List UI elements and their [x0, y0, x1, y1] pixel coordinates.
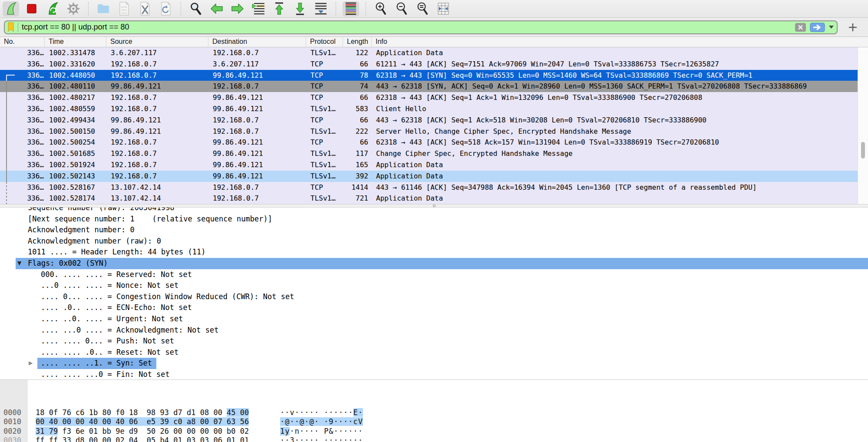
- detail-row[interactable]: Acknowledgment number (raw): 0: [0, 236, 868, 247]
- packet-cell-source: 192.168.0.7: [106, 137, 208, 148]
- detail-row[interactable]: Sequence number (raw): 2005041998: [0, 208, 868, 214]
- zoom-out-button[interactable]: [393, 1, 410, 16]
- resize-columns-button[interactable]: [435, 1, 452, 16]
- splitter-handle-icon[interactable]: [432, 205, 436, 208]
- filter-text[interactable]: tcp.port == 80 || udp.port == 80: [22, 23, 791, 32]
- column-header-destination[interactable]: Destination: [208, 37, 306, 47]
- detail-row[interactable]: 1011 .... = Header Length: 44 bytes (11): [0, 247, 868, 258]
- zoom-reset-icon: [416, 2, 429, 16]
- detail-row[interactable]: ▼Flags: 0x002 (SYN): [0, 258, 868, 269]
- zoom-reset-button[interactable]: [414, 1, 431, 16]
- packet-row[interactable]: 336…1002.49943499.86.49.121192.168.0.7TC…: [0, 115, 858, 126]
- packet-cell-protocol: TCP: [306, 59, 343, 70]
- close-file-button[interactable]: [137, 1, 153, 16]
- detail-text: .... .... 0... = Push: Not set: [41, 336, 174, 347]
- detail-row[interactable]: .... ..0. .... = Urgent: Not set: [0, 313, 868, 325]
- detail-row[interactable]: ▶.... .... ..1. = Syn: Set: [0, 358, 868, 369]
- packet-cell-protocol: TLSv1…: [306, 159, 343, 171]
- scrollbar-thumb[interactable]: [861, 142, 865, 158]
- packet-row[interactable]: 336…1002.48011099.86.49.121192.168.0.7TC…: [0, 81, 858, 92]
- expanded-triangle-icon[interactable]: ▼: [17, 258, 21, 269]
- capture-options-button[interactable]: [65, 1, 82, 16]
- detail-row[interactable]: .... .0.. .... = ECN-Echo: Not set: [0, 302, 868, 313]
- display-filter-input[interactable]: tcp.port == 80 || udp.port == 80: [4, 20, 838, 34]
- open-file-button[interactable]: [95, 1, 112, 16]
- column-header-no[interactable]: No.: [0, 37, 45, 47]
- collapsed-triangle-icon[interactable]: ▶: [29, 358, 33, 369]
- hex-ascii: 1y·n···· P&······: [280, 427, 363, 436]
- packet-cell-info: 443 → 62318 [ACK] Seq=1 Ack=518 Win=3020…: [372, 115, 858, 126]
- reload-file-button[interactable]: [158, 1, 174, 16]
- packet-cell-protocol: TCP: [306, 137, 343, 148]
- packet-row[interactable]: 336…1002.3314783.6.207.117192.168.0.7TLS…: [0, 47, 858, 59]
- packet-cell-source: 192.168.0.7: [106, 103, 208, 115]
- ascii-segment: E·: [353, 408, 363, 417]
- packet-cell-destination: 3.6.207.117: [208, 59, 306, 70]
- packet-cell-length: 117: [343, 148, 372, 159]
- packet-cell-protocol: TLSv1…: [306, 148, 343, 159]
- detail-row[interactable]: .... 0... .... = Congestion Window Reduc…: [0, 291, 868, 303]
- auto-scroll-button[interactable]: [313, 1, 329, 16]
- packet-row[interactable]: 336…1002.501924192.168.0.799.86.49.121TL…: [0, 159, 858, 171]
- column-header-source[interactable]: Source: [106, 37, 208, 47]
- packet-details-pane: Sequence number (raw): 2005041998[Next s…: [0, 208, 868, 379]
- restart-capture-button[interactable]: [44, 1, 61, 16]
- hex-segment: f3 6e 01 bb 9e d9 50 26 00 00 00 00 b0 0…: [58, 427, 249, 435]
- packet-cell-destination: 99.86.49.121: [208, 70, 306, 81]
- go-first-button[interactable]: [271, 1, 287, 16]
- packet-row[interactable]: 336…1002.52816713.107.42.14192.168.0.7TC…: [0, 182, 858, 193]
- packet-row[interactable]: 336…1002.480217192.168.0.799.86.49.121TC…: [0, 92, 858, 103]
- hex-row[interactable]: 001000 40 00 00 40 00 40 06 e5 39 c0 a8 …: [0, 417, 868, 426]
- packet-cell-destination: 99.86.49.121: [208, 92, 306, 103]
- column-header-length[interactable]: Length: [343, 37, 372, 47]
- add-filter-button-icon[interactable]: [848, 22, 858, 33]
- packet-cell-destination: 99.86.49.121: [208, 159, 306, 171]
- packet-row[interactable]: 336…1002.480559192.168.0.799.86.49.121TL…: [0, 103, 858, 115]
- hex-offset: 0000: [3, 408, 21, 417]
- hex-rows: 000018 0f 76 c6 1b 80 f0 18 98 93 d7 d1 …: [0, 406, 868, 442]
- detail-row[interactable]: .... .... ...0 = Fin: Not set: [0, 369, 868, 379]
- packet-cell-protocol: TLSv1…: [306, 126, 343, 137]
- packet-cell-destination: 99.86.49.121: [208, 137, 306, 148]
- packet-row[interactable]: 336…1002.501685192.168.0.799.86.49.121TL…: [0, 148, 858, 159]
- zoom-in-button[interactable]: [373, 1, 389, 16]
- filter-history-caret-icon[interactable]: [828, 25, 834, 29]
- hex-segment: 31 79: [36, 427, 58, 435]
- filter-toolbar: tcp.port == 80 || udp.port == 80: [0, 18, 868, 37]
- hex-row[interactable]: 000018 0f 76 c6 1b 80 f0 18 98 93 d7 d1 …: [0, 408, 868, 417]
- start-capture-button[interactable]: [3, 1, 19, 16]
- packet-row[interactable]: 336…1002.502143192.168.0.799.86.49.121TL…: [0, 171, 858, 182]
- packet-row[interactable]: 336…1002.52817413.107.42.14192.168.0.7TL…: [0, 193, 858, 204]
- go-back-button[interactable]: [208, 1, 225, 16]
- save-file-button[interactable]: 011010110110: [116, 1, 132, 16]
- stop-capture-button[interactable]: [23, 1, 40, 16]
- packet-row[interactable]: 336…1002.448050192.168.0.799.86.49.121TC…: [0, 70, 858, 81]
- hex-row[interactable]: 0030ff ff 33 d8 00 00 02 04 05 b4 01 03 …: [0, 436, 868, 442]
- column-header-time[interactable]: Time: [45, 37, 106, 47]
- hex-row[interactable]: 002031 79 f3 6e 01 bb 9e d9 50 26 00 00 …: [0, 427, 868, 436]
- go-last-button[interactable]: [292, 1, 308, 16]
- packet-row[interactable]: 336…1002.500254192.168.0.799.86.49.121TC…: [0, 137, 858, 148]
- packet-list-scrollbar[interactable]: [858, 47, 868, 204]
- go-forward-button[interactable]: [229, 1, 246, 16]
- detail-row[interactable]: [Next sequence number: 1 (relative seque…: [0, 214, 868, 225]
- packet-cell-source: 192.168.0.7: [106, 92, 208, 103]
- detail-row[interactable]: .... .... .0.. = Reset: Not set: [0, 347, 868, 358]
- detail-row[interactable]: .... .... 0... = Push: Not set: [0, 336, 868, 347]
- apply-filter-icon[interactable]: [810, 23, 825, 32]
- detail-row[interactable]: 000. .... .... = Reserved: Not set: [0, 269, 868, 280]
- detail-row[interactable]: Acknowledgment number: 0: [0, 224, 868, 236]
- packet-row[interactable]: 336…1002.331620192.168.0.73.6.207.117TCP…: [0, 59, 858, 70]
- go-to-packet-button[interactable]: [250, 1, 267, 16]
- column-header-protocol[interactable]: Protocol: [306, 37, 343, 47]
- detail-row[interactable]: ...0 .... .... = Nonce: Not set: [0, 280, 868, 291]
- detail-row[interactable]: .... ...0 .... = Acknowledgment: Not set: [0, 325, 868, 336]
- hex-bytes: 00 40 00 00 40 00 40 06 e5 39 c0 a8 00 0…: [36, 417, 249, 426]
- column-header-info[interactable]: Info: [372, 37, 868, 47]
- pane-splitter[interactable]: [0, 204, 868, 208]
- bookmark-icon[interactable]: [7, 22, 14, 32]
- packet-row[interactable]: 336…1002.50015099.86.49.121192.168.0.7TL…: [0, 126, 858, 137]
- find-packet-button[interactable]: [188, 1, 204, 16]
- colorize-button[interactable]: [343, 1, 359, 16]
- clear-filter-icon[interactable]: [795, 23, 806, 32]
